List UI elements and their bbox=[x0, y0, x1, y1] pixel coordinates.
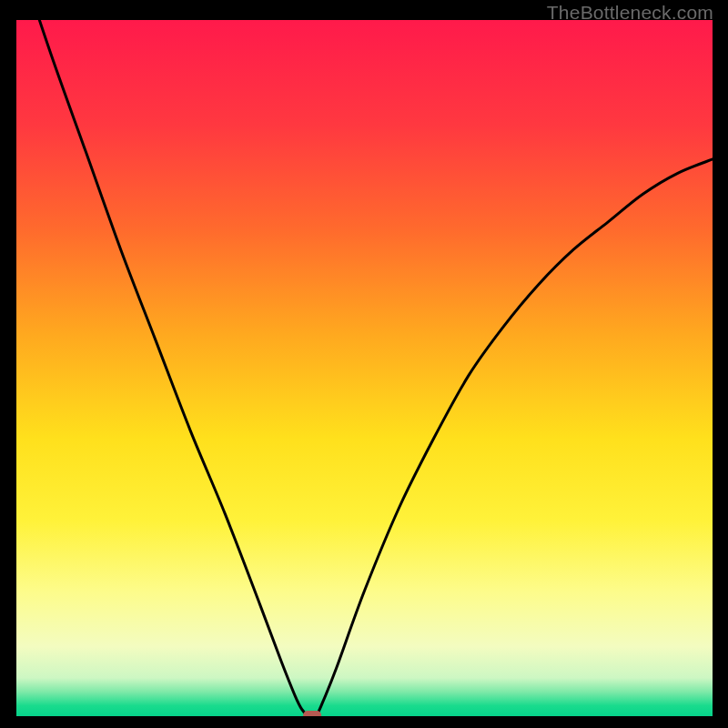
optimal-marker bbox=[303, 711, 321, 716]
watermark-text: TheBottleneck.com bbox=[547, 2, 713, 24]
gradient-background bbox=[16, 20, 713, 716]
bottleneck-chart bbox=[16, 20, 713, 716]
chart-frame bbox=[16, 20, 713, 716]
